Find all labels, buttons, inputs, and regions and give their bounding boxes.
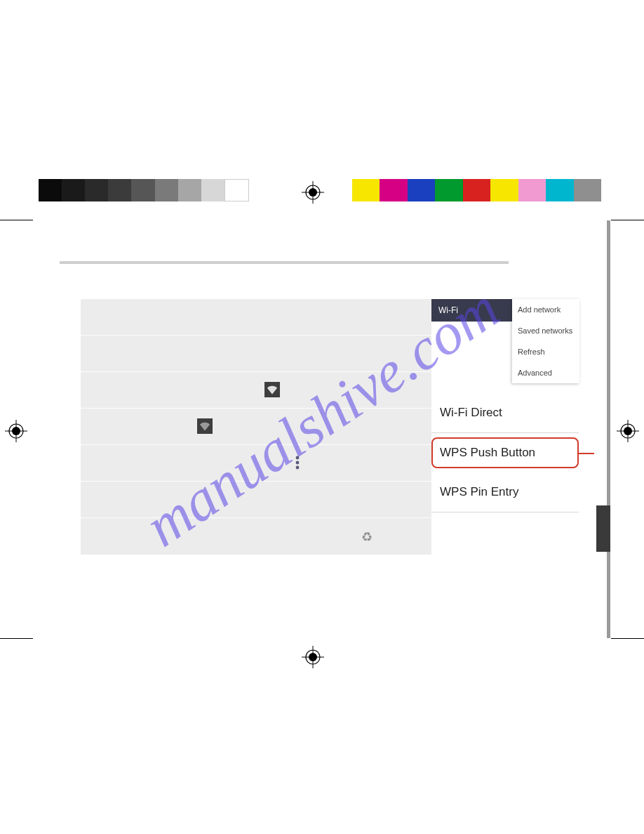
menu-item-refresh[interactable]: Refresh [512,341,579,362]
more-vert-icon[interactable] [295,455,300,470]
advanced-list: Wi-Fi Direct WPS Push Button WPS Pin Ent… [431,393,579,512]
list-item-label: WPS Push Button [440,446,535,459]
registration-mark-icon [617,420,639,442]
list-item[interactable] [81,372,431,409]
menu-item-advanced[interactable]: Advanced [512,362,579,383]
recycle-icon: ♻ [361,529,373,545]
menu-item-saved-networks[interactable]: Saved networks [512,320,579,341]
menu-item-add-network[interactable]: Add network [512,299,579,320]
device-screenshot: ♻ [81,299,431,555]
grayscale-calibration-bar [39,179,249,201]
list-item[interactable] [81,409,431,445]
page-thumb-tab [596,505,610,552]
crop-mark [611,220,644,220]
svg-point-16 [296,456,300,460]
list-item-label: Wi-Fi Direct [440,406,502,419]
wifi-titlebar: Wi-Fi [431,299,512,322]
callout-line [577,453,594,454]
wifi-title-label: Wi-Fi [438,305,458,315]
svg-point-18 [296,466,300,470]
list-item[interactable] [81,336,431,372]
overflow-menu: Add network Saved networks Refresh Advan… [512,299,579,383]
list-item-wps-pin-entry[interactable]: WPS Pin Entry [431,472,579,512]
page-edge-bar [607,220,610,638]
registration-mark-icon [302,646,324,668]
crop-mark [0,220,33,220]
registration-mark-icon [5,420,27,442]
list-item[interactable] [81,299,431,336]
list-item[interactable]: ♻ [81,518,431,555]
registration-mark-icon [302,181,324,204]
section-divider [60,261,509,264]
list-item-wps-push-button[interactable]: WPS Push Button [431,437,579,468]
svg-point-17 [296,461,300,465]
wifi-locked-icon [264,382,280,397]
list-item-wifi-direct[interactable]: Wi-Fi Direct [431,393,579,433]
color-calibration-bar [352,179,601,201]
crop-mark [611,638,644,639]
list-item[interactable] [81,445,431,482]
list-item[interactable] [81,482,431,518]
list-item-label: WPS Pin Entry [440,485,518,498]
wifi-icon [197,418,213,434]
crop-mark [0,638,33,639]
